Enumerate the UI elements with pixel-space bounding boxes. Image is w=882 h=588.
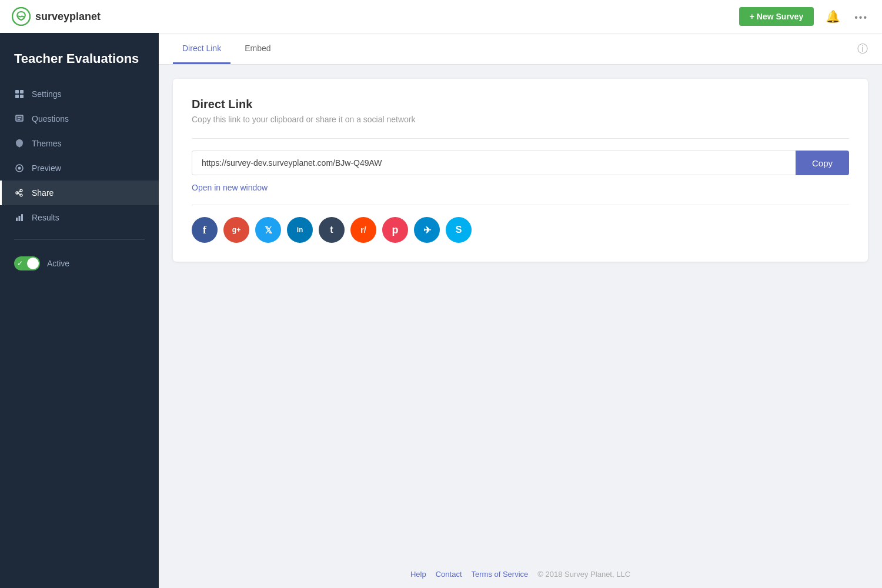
bell-icon: 🔔 bbox=[826, 10, 840, 23]
info-icon: ⓘ bbox=[857, 42, 868, 56]
content-spacer bbox=[159, 276, 882, 560]
svg-rect-2 bbox=[20, 90, 24, 93]
open-in-new-window-link[interactable]: Open in new window bbox=[192, 183, 268, 192]
svg-rect-1 bbox=[15, 90, 19, 93]
active-indicator bbox=[0, 181, 2, 205]
results-icon bbox=[14, 212, 25, 223]
facebook-share-button[interactable]: f bbox=[192, 217, 218, 243]
svg-rect-10 bbox=[16, 218, 18, 221]
sidebar-item-label-share: Share bbox=[32, 188, 54, 198]
surveyplanet-logo-icon bbox=[12, 7, 31, 26]
link-copy-row: Copy bbox=[192, 151, 849, 175]
sidebar-item-settings[interactable]: Settings bbox=[0, 82, 159, 106]
sidebar-item-preview[interactable]: Preview bbox=[0, 156, 159, 181]
reddit-icon: r/ bbox=[360, 225, 366, 235]
sidebar-nav: Settings Questions Themes Preview bbox=[0, 82, 159, 230]
questions-icon bbox=[14, 113, 25, 124]
footer: Help Contact Terms of Service © 2018 Sur… bbox=[159, 560, 882, 588]
card-title: Direct Link bbox=[192, 98, 849, 111]
active-toggle[interactable]: ✓ bbox=[14, 256, 40, 270]
copy-button[interactable]: Copy bbox=[796, 151, 849, 175]
active-toggle-row: ✓ Active bbox=[0, 249, 159, 278]
sidebar-item-themes[interactable]: Themes bbox=[0, 131, 159, 156]
tabs-bar: Direct Link Embed ⓘ bbox=[159, 33, 882, 65]
sidebar-item-label-results: Results bbox=[32, 213, 59, 222]
notifications-icon-button[interactable]: 🔔 bbox=[823, 7, 843, 26]
svg-rect-11 bbox=[19, 216, 21, 221]
card-divider-bottom bbox=[192, 205, 849, 205]
share-icon bbox=[14, 188, 25, 198]
toggle-check-icon: ✓ bbox=[17, 259, 23, 268]
settings-icon bbox=[14, 89, 25, 99]
logo-text: surveyplanet bbox=[35, 11, 101, 23]
svg-rect-12 bbox=[21, 214, 23, 221]
tab-direct-link[interactable]: Direct Link bbox=[173, 33, 230, 64]
tumblr-icon: t bbox=[330, 225, 333, 235]
tumblr-share-button[interactable]: t bbox=[319, 217, 345, 243]
pocket-share-button[interactable]: p bbox=[382, 217, 408, 243]
svg-rect-3 bbox=[15, 95, 19, 98]
survey-url-input[interactable] bbox=[192, 151, 796, 175]
google-plus-share-button[interactable]: g+ bbox=[223, 217, 249, 243]
survey-title: Teacher Evaluations bbox=[0, 33, 159, 82]
google-plus-icon: g+ bbox=[232, 226, 240, 234]
linkedin-icon: in bbox=[297, 226, 303, 234]
twitter-share-button[interactable]: 𝕏 bbox=[255, 217, 281, 243]
skype-icon: S bbox=[456, 225, 462, 235]
themes-icon bbox=[14, 138, 25, 149]
header-logo-area: surveyplanet bbox=[12, 7, 101, 26]
help-link[interactable]: Help bbox=[410, 570, 426, 579]
skype-share-button[interactable]: S bbox=[446, 217, 472, 243]
sidebar-divider bbox=[14, 239, 145, 240]
preview-icon bbox=[14, 163, 25, 173]
reddit-share-button[interactable]: r/ bbox=[350, 217, 376, 243]
sidebar-item-label-settings: Settings bbox=[32, 89, 62, 99]
ellipsis-icon: ••• bbox=[854, 12, 868, 22]
telegram-share-button[interactable]: ✈ bbox=[414, 217, 440, 243]
svg-point-9 bbox=[18, 166, 21, 169]
tab-embed[interactable]: Embed bbox=[235, 33, 280, 64]
share-card: Direct Link Copy this link to your clipb… bbox=[173, 79, 868, 262]
content-area: Direct Link Embed ⓘ Direct Link Copy thi… bbox=[159, 33, 882, 588]
card-subtitle: Copy this link to your clipboard or shar… bbox=[192, 115, 849, 124]
card-divider-top bbox=[192, 138, 849, 139]
sidebar-item-label-themes: Themes bbox=[32, 139, 62, 148]
facebook-icon: f bbox=[203, 224, 206, 236]
toggle-label: Active bbox=[47, 259, 69, 268]
pocket-icon: p bbox=[392, 224, 399, 236]
sidebar-item-label-preview: Preview bbox=[32, 163, 61, 173]
more-options-button[interactable]: ••• bbox=[852, 8, 870, 26]
contact-link[interactable]: Contact bbox=[436, 570, 462, 579]
sidebar-item-questions[interactable]: Questions bbox=[0, 106, 159, 131]
tos-link[interactable]: Terms of Service bbox=[472, 570, 529, 579]
new-survey-button[interactable]: + New Survey bbox=[739, 7, 814, 26]
social-share-row: f g+ 𝕏 in t r/ p bbox=[192, 217, 849, 243]
sidebar-item-results[interactable]: Results bbox=[0, 205, 159, 230]
header: surveyplanet + New Survey 🔔 ••• bbox=[0, 0, 882, 33]
sidebar-item-label-questions: Questions bbox=[32, 114, 69, 123]
sidebar-item-share[interactable]: Share bbox=[0, 181, 159, 205]
linkedin-share-button[interactable]: in bbox=[287, 217, 313, 243]
sidebar: Teacher Evaluations Settings Questions T… bbox=[0, 33, 159, 588]
copyright-text: © 2018 Survey Planet, LLC bbox=[537, 570, 630, 579]
svg-rect-4 bbox=[20, 95, 24, 98]
telegram-icon: ✈ bbox=[423, 225, 431, 236]
main-layout: Teacher Evaluations Settings Questions T… bbox=[0, 33, 882, 588]
header-actions: + New Survey 🔔 ••• bbox=[739, 7, 870, 26]
tabs-left: Direct Link Embed bbox=[173, 33, 285, 64]
twitter-icon: 𝕏 bbox=[265, 225, 272, 236]
